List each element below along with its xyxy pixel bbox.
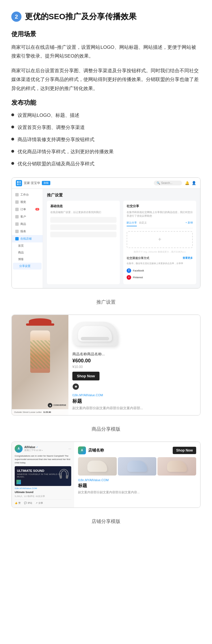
list-item: 优化分销联盟的店铺及商品分享样式 (11, 160, 201, 168)
store-share-mockup: A AllValue ✓ 星期三下午12:36 • ··· Congratula… (12, 442, 200, 508)
bullet-dot (11, 150, 14, 153)
fb-post-actions: 👍 赞 💬 评论 ↗ 分享 (15, 500, 71, 505)
tab-custom[interactable]: 自定义 (139, 221, 147, 226)
product-share-right: 商品名称商品名称... ¥600.00 ¥10.00 Shop Now ★ I1… (68, 315, 200, 415)
store-share-right: A 店铺名称 Shop Now (74, 442, 200, 507)
sidebar-label: 商品 (20, 222, 26, 226)
fb-avatar: A (15, 445, 23, 453)
store-share-desc: 副文案内容部分副文案内容部分副文案内容... (78, 490, 196, 495)
fb-more-icon[interactable]: ··· (68, 447, 71, 451)
sidebar-label: 报表 (20, 229, 26, 233)
admin-sidebar: 工作台 视觉 订单 4 客户 (12, 189, 43, 288)
social-share-title: 社交分享 (127, 204, 193, 208)
admin-topbar: 宜家·宜宝华 旗舰 🔍 Search... 🔔 👤 (12, 178, 200, 189)
fb-brand-icon (16, 480, 21, 484)
brand-logo-area: ★ (72, 383, 196, 390)
product-share-url: I18n.MYAllValue.COM (72, 393, 196, 397)
shoe-shape-2 (127, 461, 147, 472)
main-container: 2 更优的SEO推广及分享传播效果 使用场景 商家可以在在线店铺–推广设置，设置… (0, 0, 212, 551)
basic-info-desc: 在线店铺推广设置，以让更多的访客找到我们 (50, 211, 116, 214)
paragraph-2: 商家可以在后台设置首页分享图、调整分享渠道及分享按钮样式。同时我们结合不同社交媒… (11, 66, 201, 93)
sidebar-label: 视觉 (20, 200, 26, 204)
fb-verified-icon: ✓ (36, 446, 38, 448)
tab-default[interactable]: 默认分享 (127, 221, 137, 226)
product-bottom-amount: $ 25.90 (44, 411, 51, 413)
admin-mockup: 宜家·宜宝华 旗舰 🔍 Search... 🔔 👤 (12, 178, 200, 288)
sidebar-item-store[interactable]: 在线店铺 (12, 235, 43, 242)
visual-icon (15, 200, 19, 204)
list-item: 设置首页分享图、调整分享渠道 (11, 124, 201, 132)
store-shop-now-button[interactable]: Shop Now (173, 447, 196, 454)
sidebar-item-customer[interactable]: 客户 (12, 213, 43, 220)
like-label: 赞 (18, 501, 21, 505)
like-icon: 👍 (15, 502, 18, 504)
bullet-text: 设置网站LOGO、标题、描述 (18, 111, 79, 120)
sidebar-item-order[interactable]: 订单 4 (12, 206, 43, 213)
store-logo-icon: A (78, 446, 86, 454)
field-desc[interactable] (50, 232, 116, 237)
share-icon: ↗ (36, 502, 38, 504)
channel-title-text: 社交渠道分享方式 (127, 256, 149, 260)
admin-basic-info-panel: 基础信息 在线店铺推广设置，以让更多的访客找到我们 (47, 201, 120, 284)
bullet-text: 设置首页分享图、调整分享渠道 (18, 124, 85, 132)
admin-logo-area: 宜家·宜宝华 旗舰 (16, 180, 50, 186)
comment-label: 评论 (28, 501, 32, 505)
field-logo[interactable] (50, 217, 116, 223)
order-icon (15, 208, 19, 211)
headphone-icon (59, 468, 69, 481)
admin-mockup-block: 宜家·宜宝华 旗舰 🔍 Search... 🔔 👤 (11, 177, 201, 289)
admin-main: 推广设置 基础信息 在线店铺推广设置，以让更多的访客找到我们 (43, 189, 200, 288)
sidebar-label: 订单 (20, 207, 26, 211)
product-share-left: Outside Street Loose Letter $ 25.90 ★ CO… (12, 315, 68, 415)
channel-see-more[interactable]: 查看更多 (183, 256, 193, 260)
section-title-text: 更优的SEO推广及分享传播效果 (25, 11, 137, 22)
svg-rect-2 (17, 183, 19, 185)
store-caption: 店铺分享模版 (11, 518, 201, 525)
admin-content-area: 基础信息 在线店铺推广设置，以让更多的访客找到我们 社交分享 在脸书和其他社交网… (47, 201, 196, 284)
fb-comment-action[interactable]: 💬 评论 (24, 501, 32, 505)
store-share-left: A AllValue ✓ 星期三下午12:36 • ··· Congratula… (12, 442, 74, 507)
social-hint: 推荐尺寸 img. 200x200 像素或更大，图片比例为1:1 (127, 250, 193, 253)
social-channel-title: 社交渠道分享方式 查看更多 (127, 256, 193, 260)
sidebar-label: 工作台 (20, 193, 29, 197)
fb-post-url: I18n.MYAllValue.COM (15, 487, 71, 490)
converse-logo-area: ★ CONVERSE (47, 403, 66, 408)
admin-main-title: 推广设置 (47, 193, 196, 198)
store-share-url: I18n.MYAllValue.COM (78, 478, 196, 482)
pinterest-icon: P (127, 275, 131, 280)
sidebar-item-dashboard[interactable]: 工作台 (12, 191, 43, 198)
section-number: 2 (11, 12, 21, 22)
fb-post-header: A AllValue ✓ 星期三下午12:36 • ··· (15, 445, 71, 453)
field-title[interactable] (50, 224, 116, 230)
bullet-dot (11, 113, 14, 116)
fb-share-action[interactable]: ↗ 分享 (36, 501, 43, 505)
tab-add[interactable]: + 新增 (185, 221, 193, 226)
admin-search[interactable]: 🔍 Search... (154, 181, 182, 185)
product-share-subtitle: 标题 (72, 398, 196, 404)
fb-like-action[interactable]: 👍 赞 (15, 501, 21, 505)
sidebar-item-visual[interactable]: 视觉 (12, 198, 43, 206)
sidebar-item-report[interactable]: 报表 (12, 228, 43, 235)
sidebar-sub-home[interactable]: 首页 (12, 242, 43, 249)
user-icon: 👤 (192, 181, 196, 185)
product-price-main: ¥600.00 (72, 358, 196, 364)
svg-rect-3 (19, 183, 21, 185)
sidebar-sub-product[interactable]: 商品 (12, 249, 43, 256)
sidebar-sub-blog[interactable]: 博客 (12, 256, 43, 263)
sidebar-item-product[interactable]: 商品 (12, 220, 43, 228)
sidebar-label: 客户 (20, 215, 26, 219)
channel-facebook: f Facebook (127, 267, 193, 274)
store-share-title: 标题 (78, 483, 196, 489)
usage-scene-label: 使用场景 (11, 30, 201, 38)
social-add-box[interactable]: + (127, 231, 193, 248)
store-shoe-2 (118, 457, 157, 476)
fb-likes: 5,293人 117条评论 62次分享 (15, 495, 71, 498)
publish-label: 发布功能 (11, 98, 201, 107)
sidebar-sub-share[interactable]: 分享设置 (13, 263, 42, 270)
search-icon: 🔍 (157, 181, 160, 185)
paragraph-1: 商家可以在在线店铺–推广设置，设置网站LOGO、网站标题、网站描述，更便于网站被… (11, 43, 201, 61)
product-name: 商品名称商品名称... (72, 352, 105, 356)
customer-icon (15, 215, 19, 218)
channel-pinterest: P Pinterest (127, 274, 193, 281)
shop-now-button[interactable]: Shop Now (72, 372, 99, 380)
